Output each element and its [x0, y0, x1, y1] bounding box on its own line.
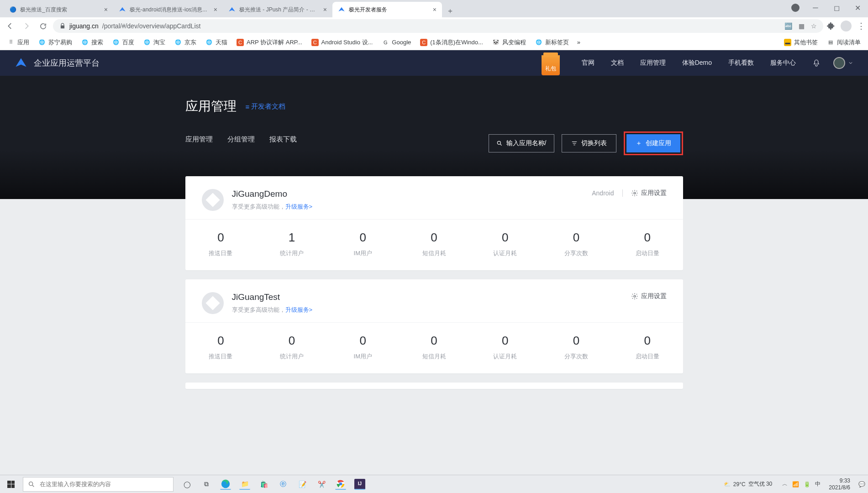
- nav-link-service[interactable]: 服务中心: [770, 59, 796, 67]
- bookmark-item[interactable]: C(1条消息)在Windo...: [417, 37, 486, 48]
- site-navbar: 企业应用运营平台 礼包 官网 文档 应用管理 体验Demo 手机看数 服务中心: [0, 50, 868, 76]
- folder-icon: ▬: [784, 39, 791, 46]
- close-icon[interactable]: ×: [104, 6, 108, 13]
- gift-badge[interactable]: 礼包: [542, 55, 560, 75]
- bookmark-item[interactable]: 🐼风变编程: [489, 37, 529, 48]
- account-indicator-icon[interactable]: [791, 4, 800, 12]
- close-window-button[interactable]: ✕: [847, 0, 868, 16]
- user-avatar[interactable]: [833, 57, 845, 69]
- globe-icon: 🌐: [81, 39, 89, 46]
- reading-list[interactable]: ▤阅读清单: [824, 37, 863, 48]
- back-button[interactable]: [4, 20, 16, 32]
- notepad-icon[interactable]: 📝: [297, 479, 308, 490]
- bookmark-item[interactable]: 🌐苏宁易购: [36, 37, 75, 48]
- app-settings-link[interactable]: 应用设置: [631, 189, 667, 197]
- nav-link-docs[interactable]: 文档: [611, 59, 624, 67]
- site-logo-icon[interactable]: [15, 57, 27, 69]
- profile-avatar[interactable]: [841, 21, 852, 31]
- nav-link-mobile[interactable]: 手机看数: [728, 59, 754, 67]
- stat-cell: 0IM用户: [327, 334, 399, 361]
- tab-0[interactable]: 🔵 极光推送_百度搜索 ×: [4, 2, 113, 17]
- start-button[interactable]: [0, 475, 22, 493]
- snip-icon[interactable]: ✂️: [316, 479, 327, 490]
- app-name: JiGuangTest: [232, 292, 631, 302]
- switch-list-button[interactable]: 切换列表: [562, 134, 616, 152]
- stat-cell: 1统计用户: [256, 231, 327, 257]
- ie-icon[interactable]: ⓔ: [278, 479, 289, 490]
- bookmark-item[interactable]: CAndroid Studio 设...: [309, 37, 376, 48]
- globe-icon: 🌐: [535, 39, 542, 46]
- qr-icon[interactable]: ▦: [799, 22, 805, 30]
- bookmark-item[interactable]: 🌐百度: [110, 37, 137, 48]
- stat-cell: 0IM用户: [327, 231, 399, 257]
- explorer-icon[interactable]: 📁: [239, 479, 250, 490]
- bookmark-item[interactable]: 🌐淘宝: [141, 37, 168, 48]
- app-avatar-icon: [202, 292, 224, 314]
- bookmark-item[interactable]: 🌐天猫: [203, 37, 230, 48]
- maximize-button[interactable]: ◻: [826, 0, 847, 16]
- app-subtitle: 享受更多高级功能，升级服务>: [232, 306, 631, 314]
- reload-button[interactable]: [37, 20, 49, 32]
- stat-cell: 0分享次数: [541, 231, 612, 257]
- close-icon[interactable]: ×: [214, 6, 217, 13]
- bookmark-item[interactable]: 🌐搜索: [79, 37, 106, 48]
- extensions-icon[interactable]: [827, 22, 835, 30]
- battery-icon[interactable]: 🔋: [804, 481, 810, 488]
- store-icon[interactable]: 🛍️: [258, 479, 269, 490]
- csdn-icon: C: [311, 39, 319, 46]
- address-bar[interactable]: jiguang.cn/portal/#/dev/overview/appCard…: [53, 19, 823, 33]
- app-search-input[interactable]: 输入应用名称/: [489, 134, 554, 152]
- nav-link-demo[interactable]: 体验Demo: [682, 59, 712, 67]
- weather-widget[interactable]: ⛅ 29°C 空气优 30: [724, 480, 773, 488]
- apps-shortcut[interactable]: ⠿应用: [5, 37, 32, 48]
- chevron-down-icon[interactable]: [848, 60, 853, 66]
- dev-docs-link[interactable]: ≡ 开发者文档: [246, 102, 286, 111]
- notifications-icon[interactable]: 💬: [858, 481, 865, 488]
- create-app-button[interactable]: ＋ 创建应用: [626, 134, 680, 152]
- tab-2[interactable]: 极光推送 - JPush 产品简介 - 极... ×: [223, 2, 332, 17]
- tab-1[interactable]: 极光-android消息推送-ios消息... ×: [113, 2, 223, 17]
- cortana-icon[interactable]: ◯: [182, 479, 193, 490]
- close-icon[interactable]: ×: [323, 6, 327, 13]
- other-bookmarks[interactable]: ▬其他书签: [781, 37, 821, 48]
- nav-link-apps[interactable]: 应用管理: [640, 59, 666, 67]
- bookmark-item[interactable]: 🌐京东: [172, 37, 199, 48]
- task-view-icon[interactable]: ⧉: [201, 479, 212, 490]
- new-tab-button[interactable]: ＋: [444, 5, 457, 17]
- chrome-menu-icon[interactable]: ⋮: [857, 21, 864, 31]
- bell-icon[interactable]: [812, 59, 821, 67]
- star-icon[interactable]: ☆: [811, 22, 817, 30]
- tray-overflow-icon[interactable]: ︿: [782, 480, 788, 488]
- stat-cell: 0启动日量: [612, 231, 683, 257]
- close-icon[interactable]: ×: [433, 6, 437, 13]
- app-subtitle: 享受更多高级功能，升级服务>: [232, 203, 592, 211]
- stat-cell: 0推送日量: [185, 231, 257, 257]
- nav-link-home[interactable]: 官网: [582, 59, 594, 67]
- bookmarks-overflow-icon[interactable]: »: [577, 39, 580, 46]
- taskbar-search[interactable]: 在这里输入你要搜索的内容: [23, 477, 174, 492]
- globe-icon: 🌐: [205, 39, 213, 46]
- translate-icon[interactable]: 🔤: [784, 22, 792, 30]
- sub-tab-apps[interactable]: 应用管理: [185, 135, 213, 146]
- clock[interactable]: 9:33 2021/8/6: [829, 477, 850, 491]
- forward-button[interactable]: [20, 20, 33, 32]
- sub-tab-reports[interactable]: 报表下载: [269, 135, 297, 146]
- sub-tab-groups[interactable]: 分组管理: [227, 135, 255, 146]
- app-settings-link[interactable]: 应用设置: [631, 292, 667, 300]
- bookmark-item[interactable]: CARP 协议详解 ARP...: [234, 37, 305, 48]
- app-card-peek: [185, 383, 683, 389]
- tab-3[interactable]: 极光开发者服务 ×: [332, 2, 442, 17]
- minimize-button[interactable]: ─: [805, 0, 826, 16]
- upgrade-link[interactable]: 升级服务>: [285, 203, 313, 210]
- bookmark-item[interactable]: 🌐新标签页: [532, 37, 572, 48]
- wifi-icon[interactable]: 📶: [792, 481, 799, 488]
- browser-chrome: 🔵 极光推送_百度搜索 × 极光-android消息推送-ios消息... × …: [0, 0, 868, 50]
- chrome-taskbar-icon[interactable]: [335, 479, 346, 490]
- tab-title: 极光-android消息推送-ios消息...: [130, 6, 210, 14]
- intellij-icon[interactable]: IJ: [354, 479, 365, 490]
- upgrade-link[interactable]: 升级服务>: [285, 306, 313, 313]
- ime-icon[interactable]: 中: [815, 480, 821, 488]
- edge-icon[interactable]: [220, 479, 231, 490]
- bookmark-item[interactable]: GGoogle: [379, 37, 414, 48]
- page-content: 企业应用运营平台 礼包 官网 文档 应用管理 体验Demo 手机看数 服务中心 …: [0, 50, 868, 475]
